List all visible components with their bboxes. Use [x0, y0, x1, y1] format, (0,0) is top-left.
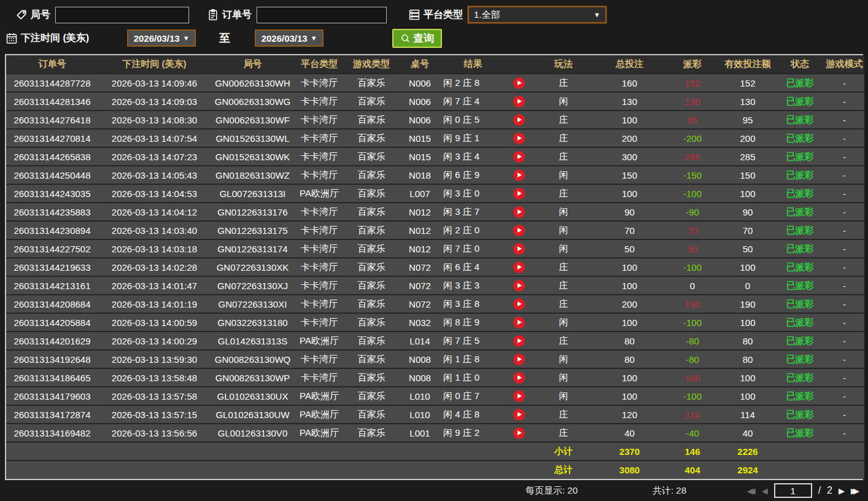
cell-time: 2026-03-13 13:56:56 — [98, 424, 211, 442]
round-number-input[interactable] — [55, 7, 189, 23]
date-from-picker[interactable]: 2026/03/13 ▼ — [127, 29, 196, 47]
cell-time: 2026-03-13 14:08:30 — [98, 111, 211, 129]
platform-stack-icon — [408, 8, 421, 21]
cell-result: 闲 8 庄 9 — [441, 313, 505, 332]
cell-platform: 卡卡湾厅 — [295, 258, 344, 276]
col-valid-bet: 有效投注额 — [720, 55, 775, 74]
table-row: 2603131442058842026-03-13 14:00:59GN0322… — [6, 313, 864, 332]
next-page-button[interactable]: ▶ — [839, 486, 845, 495]
col-game-type: 游戏类型 — [344, 55, 399, 74]
chevron-down-icon: ▼ — [594, 11, 600, 18]
cell-payout: -200 — [665, 129, 720, 147]
cell-table: N012 — [399, 203, 441, 221]
table-row: 2603131442764182026-03-13 14:08:30GN0062… — [6, 111, 864, 129]
bet-time-label: 下注时间 (美东) — [21, 32, 89, 45]
cell-platform: PA欧洲厅 — [295, 184, 344, 203]
play-video-button[interactable] — [513, 225, 525, 236]
cell-platform: 卡卡湾厅 — [295, 313, 344, 332]
play-video-button[interactable] — [513, 77, 525, 89]
cell-game: 百家乐 — [344, 350, 399, 368]
play-video-button[interactable] — [513, 114, 525, 126]
cell-table: N008 — [399, 350, 441, 368]
cell-game: 百家乐 — [344, 387, 399, 405]
cell-time: 2026-03-13 14:03:40 — [98, 221, 211, 239]
play-video-button[interactable] — [513, 262, 525, 273]
cell-time: 2026-03-13 13:57:58 — [98, 387, 211, 405]
date-to-picker[interactable]: 2026/03/13 ▼ — [255, 29, 324, 47]
grand-total-row-total: 3080 — [594, 460, 665, 479]
cell-game: 百家乐 — [344, 203, 399, 221]
cell-status: 已派彩 — [775, 111, 824, 129]
play-icon — [517, 412, 522, 417]
col-round-number: 局号 — [211, 55, 295, 74]
play-video-button[interactable] — [513, 151, 525, 163]
play-video-button[interactable] — [513, 335, 525, 347]
cell-total: 100 — [594, 276, 665, 295]
cell-table: N006 — [399, 111, 441, 129]
pager: ◀◀ ◀ / 2 ▶ ▶▶ — [747, 483, 859, 498]
cell-bet: 闲 — [533, 221, 594, 239]
play-video-button[interactable] — [513, 169, 525, 181]
last-page-button[interactable]: ▶▶ — [851, 486, 859, 495]
cell-order: 260313134169482 — [6, 424, 98, 442]
cell-payout: -40 — [665, 424, 720, 442]
cell-mode: - — [824, 221, 864, 239]
cell-total: 80 — [594, 332, 665, 350]
cell-payout: -100 — [665, 313, 720, 332]
cell-mode: - — [824, 313, 864, 332]
play-icon — [517, 228, 522, 233]
play-video-button[interactable] — [513, 354, 525, 365]
col-replay — [505, 55, 533, 74]
play-video-button[interactable] — [513, 427, 525, 439]
subtotal-row-order — [6, 442, 98, 460]
play-video-button[interactable] — [513, 96, 525, 107]
table-row: 2603131442708142026-03-13 14:07:54GN0152… — [6, 129, 864, 147]
cell-play — [505, 387, 533, 405]
play-video-button[interactable] — [513, 243, 525, 255]
play-video-button[interactable] — [513, 206, 525, 218]
platform-type-select[interactable]: 1.全部 ▼ — [468, 6, 606, 23]
cell-time: 2026-03-13 14:07:23 — [98, 147, 211, 166]
cell-valid: 90 — [720, 203, 775, 221]
cell-status: 已派彩 — [775, 203, 824, 221]
col-table-number: 桌号 — [399, 55, 441, 74]
play-icon — [517, 99, 522, 104]
first-page-button[interactable]: ◀◀ — [747, 486, 756, 495]
cell-table: N032 — [399, 313, 441, 332]
page-number-input[interactable] — [774, 483, 812, 498]
order-number-input[interactable] — [257, 7, 387, 23]
cell-result: 闲 2 庄 8 — [441, 74, 505, 92]
cell-play — [505, 221, 533, 239]
cell-result: 闲 3 庄 3 — [441, 276, 505, 295]
prev-page-button[interactable]: ◀ — [762, 486, 768, 495]
cell-result: 闲 9 庄 2 — [441, 424, 505, 442]
play-icon — [517, 209, 522, 214]
play-video-button[interactable] — [513, 372, 525, 384]
play-video-button[interactable] — [513, 409, 525, 421]
play-icon — [517, 173, 522, 177]
cell-time: 2026-03-13 14:00:59 — [98, 313, 211, 332]
cell-mode: - — [824, 368, 864, 387]
play-video-button[interactable] — [513, 317, 525, 328]
cell-bet: 闲 — [533, 166, 594, 184]
cell-bet: 闲 — [533, 239, 594, 258]
cell-table: N015 — [399, 129, 441, 147]
table-row: 2603131442430352026-03-13 14:04:53GL0072… — [6, 184, 864, 203]
grand-total-row-payout: 404 — [665, 460, 720, 479]
cell-play — [505, 424, 533, 442]
table-header-row: 订单号 下注时间 (美东) 局号 平台类型 游戏类型 桌号 结果 玩法 总投注 … — [6, 55, 864, 74]
play-video-button[interactable] — [513, 133, 525, 144]
cell-mode: - — [824, 184, 864, 203]
play-video-button[interactable] — [513, 188, 525, 200]
search-button[interactable]: 查询 — [392, 29, 442, 48]
play-icon — [517, 283, 522, 288]
col-total-bet: 总投注 — [594, 55, 665, 74]
cell-platform: 卡卡湾厅 — [295, 129, 344, 147]
grand-total-row-platform — [295, 460, 344, 479]
play-video-button[interactable] — [513, 390, 525, 402]
cell-valid: 152 — [720, 74, 775, 92]
cell-result: 闲 6 庄 9 — [441, 166, 505, 184]
play-video-button[interactable] — [513, 298, 525, 310]
play-video-button[interactable] — [513, 280, 525, 292]
table-row: 2603131442658382026-03-13 14:07:23GN0152… — [6, 147, 864, 166]
